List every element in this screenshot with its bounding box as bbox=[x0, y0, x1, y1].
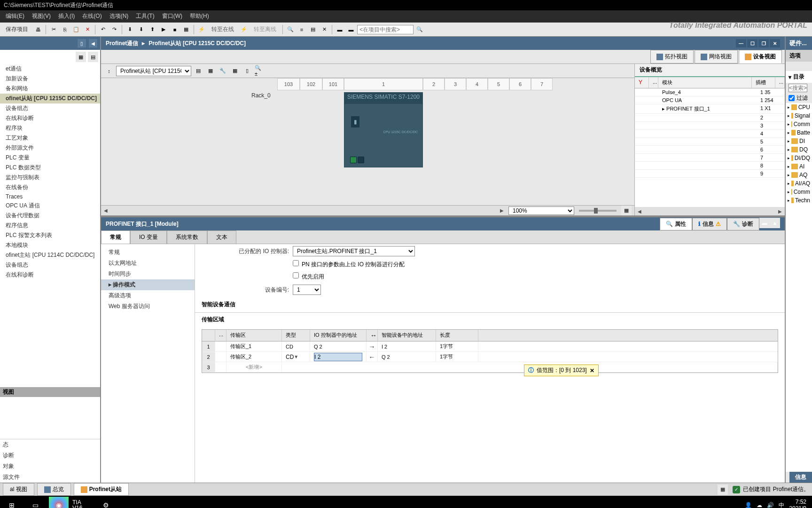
zoom-select[interactable]: 100% bbox=[508, 206, 574, 215]
tree-item[interactable]: 监控与强制表 bbox=[0, 173, 100, 183]
overview-body[interactable]: Pulse_4 1 35 OPC UA 1 254 ▸ PROFINET 接口_… bbox=[635, 88, 785, 207]
col-slot[interactable]: 插槽 bbox=[752, 77, 775, 88]
scroll-left-icon[interactable]: ◀ bbox=[104, 208, 108, 213]
show-rack-icon[interactable]: ▦ bbox=[205, 66, 216, 76]
redo-icon[interactable]: ↷ bbox=[109, 24, 119, 35]
device-tool5-icon[interactable]: ▯ bbox=[242, 66, 252, 76]
cell-add-new[interactable]: <新增> bbox=[226, 362, 282, 372]
tree-item[interactable]: et通信 bbox=[0, 64, 100, 74]
tab-io-vars[interactable]: IO 变量 bbox=[130, 230, 167, 244]
collapse-icon[interactable]: ▯ bbox=[78, 39, 86, 48]
cell-name[interactable]: 传输区_2 bbox=[226, 352, 282, 362]
undo-icon[interactable]: ↶ bbox=[98, 24, 108, 35]
col-type[interactable]: 类型 bbox=[282, 330, 310, 341]
table-row[interactable]: 1 传输区_1 CD Q 2 → I 2 1字节 bbox=[202, 341, 778, 352]
props-nav-item[interactable]: 以太网地址 bbox=[101, 258, 195, 269]
overview-row[interactable]: 5 bbox=[635, 138, 785, 146]
overview-row[interactable]: 2 bbox=[635, 114, 785, 122]
menu-tools[interactable]: 工具(T) bbox=[132, 10, 158, 22]
delete-icon[interactable]: ✕ bbox=[82, 24, 93, 35]
catalog-item[interactable]: ▸Batte bbox=[786, 128, 812, 137]
close-icon[interactable]: ✕ bbox=[590, 367, 594, 374]
cell-len[interactable]: 1字节 bbox=[436, 341, 478, 351]
device-canvas[interactable]: ↕ Profinet从站 [CPU 1215C] ▤ ▦ 🔧 ▦ ▯ 🔍± 10… bbox=[101, 64, 634, 215]
menu-window[interactable]: 窗口(W) bbox=[158, 10, 186, 22]
overview-row[interactable]: 6 bbox=[635, 146, 785, 154]
tab-diagnostics[interactable]: 🔧诊断 bbox=[727, 218, 759, 230]
port-icon[interactable] bbox=[358, 157, 364, 163]
overview-row[interactable]: 9 bbox=[635, 170, 785, 178]
menu-insert[interactable]: 插入(I) bbox=[55, 10, 78, 22]
sim-icon[interactable]: ▶ bbox=[158, 24, 169, 35]
col-idx[interactable]: ... bbox=[215, 330, 226, 341]
tab-properties[interactable]: 🔍属性 bbox=[660, 218, 692, 230]
pn-param-checkbox[interactable]: PN 接口的参数由上位 IO 控制器进行分配 bbox=[293, 260, 405, 269]
minimize-icon[interactable]: — bbox=[736, 39, 746, 48]
dropdown-icon[interactable]: ▼ bbox=[294, 354, 298, 359]
table-row[interactable]: 2 传输区_2 CD ▼ ← Q 2 1字节 bbox=[202, 352, 778, 362]
print-icon[interactable]: 🖶 bbox=[33, 24, 43, 35]
tree-item[interactable]: 备和网络 bbox=[0, 84, 100, 94]
tree-item[interactable]: PLC 数据类型 bbox=[0, 163, 100, 173]
clear-icon[interactable]: ✕ bbox=[319, 24, 329, 35]
stop-icon[interactable]: ■ bbox=[170, 24, 180, 35]
device-tab[interactable]: Profinet从站 bbox=[74, 483, 129, 496]
tab-network[interactable]: 网络视图 bbox=[695, 50, 738, 64]
breadcrumb-root[interactable]: Profinet通信 bbox=[106, 40, 138, 48]
overview-row[interactable]: 4 bbox=[635, 130, 785, 138]
blocks-icon[interactable]: ▦ bbox=[181, 24, 191, 35]
status-icon[interactable]: ▦ bbox=[718, 484, 728, 495]
rack-area[interactable]: 103 102 101 1 2 3 4 5 6 7 Rack_0 SIEMENS… bbox=[101, 78, 634, 205]
search-input[interactable] bbox=[357, 25, 414, 34]
tab-general[interactable]: 常规 bbox=[101, 230, 130, 244]
fit-icon[interactable]: ▦ bbox=[621, 206, 632, 216]
tree-item[interactable]: ofinet主站 [CPU 1214C DC/DC/DC] bbox=[0, 250, 100, 260]
cell-addr2[interactable]: Q 2 bbox=[378, 352, 436, 362]
info-tab[interactable]: 信息 bbox=[789, 472, 812, 483]
device-tool3-icon[interactable]: 🔧 bbox=[218, 66, 228, 76]
overview-row[interactable]: OPC UA 1 254 bbox=[635, 96, 785, 104]
cross-ref-icon[interactable]: ≡ bbox=[297, 24, 307, 35]
maximize-icon[interactable]: ☐ bbox=[747, 39, 757, 48]
go-offline-button[interactable]: 转至离线 bbox=[250, 24, 280, 35]
tab-topology[interactable]: 拓扑视图 bbox=[650, 50, 694, 64]
tree-item[interactable]: PLC 变量 bbox=[0, 153, 100, 163]
checkbox[interactable] bbox=[293, 260, 299, 266]
filter-checkbox[interactable] bbox=[789, 95, 795, 101]
table-row-new[interactable]: 3 <新增> bbox=[202, 362, 778, 373]
start-icon[interactable]: ⊞ bbox=[2, 497, 22, 508]
overview-row[interactable]: ▸ PROFINET 接口_1 1 X1 bbox=[635, 104, 785, 114]
tree-item[interactable]: 设备代理数据 bbox=[0, 211, 100, 221]
tree-item[interactable]: 在线备份 bbox=[0, 183, 100, 192]
upload-icon[interactable]: ⬆ bbox=[147, 24, 157, 35]
catalog-item[interactable]: ▸DQ bbox=[786, 145, 812, 154]
tree-item[interactable]: 外部源文件 bbox=[0, 143, 100, 153]
props-nav-item[interactable]: 常规 bbox=[101, 247, 195, 258]
compile-icon[interactable]: ⬇ bbox=[125, 24, 135, 35]
catalog-item[interactable]: ▸DI bbox=[786, 137, 812, 145]
settings-icon[interactable]: ⚙ bbox=[96, 497, 116, 508]
search-button-icon[interactable]: 🔍 bbox=[414, 24, 425, 35]
props-nav-item[interactable]: 时间同步 bbox=[101, 269, 195, 279]
tray-ime[interactable]: 中 bbox=[779, 501, 784, 508]
tree-item[interactable]: OPC UA 通信 bbox=[0, 201, 100, 211]
overview-row[interactable]: 8 bbox=[635, 162, 785, 170]
devnum-select[interactable]: 1 bbox=[293, 285, 321, 295]
copy-icon[interactable]: ⎘ bbox=[60, 24, 70, 35]
zoom-icon[interactable]: 🔍± bbox=[254, 66, 265, 76]
tree-view-icon[interactable]: ▦ bbox=[76, 52, 86, 62]
lb-item[interactable]: 对象 bbox=[0, 461, 100, 472]
menu-view[interactable]: 视图(V) bbox=[28, 10, 55, 22]
tray-cloud-icon[interactable]: ☁ bbox=[757, 502, 762, 508]
clock-time[interactable]: 7:52 bbox=[789, 499, 806, 505]
portal-view-tab[interactable]: al 视图 bbox=[3, 483, 34, 496]
col-name[interactable]: 传输区 bbox=[226, 330, 282, 341]
ioctrl-select[interactable]: Profinet主站.PROFINET 接口_1 bbox=[293, 246, 415, 256]
priority-checkbox[interactable]: 优先启用 bbox=[293, 272, 324, 281]
tray-people-icon[interactable]: 👤 bbox=[745, 502, 752, 508]
device-select[interactable]: Profinet从站 [CPU 1215C] bbox=[116, 66, 191, 76]
catalog-title[interactable]: ▾目录 bbox=[786, 71, 812, 83]
cell-addr1-editing[interactable] bbox=[310, 352, 367, 362]
app-icon[interactable]: ◉ bbox=[49, 497, 69, 508]
props-min-icon[interactable]: ▬ bbox=[759, 218, 770, 228]
